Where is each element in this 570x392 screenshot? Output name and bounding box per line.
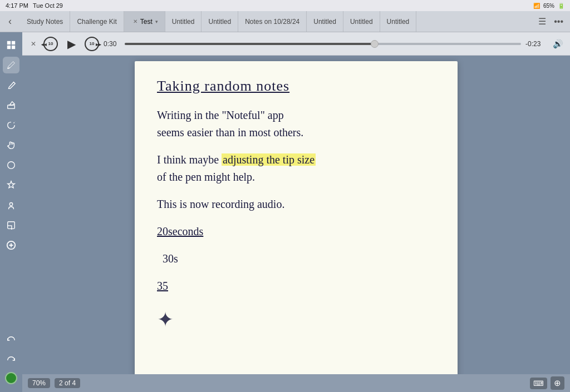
star-sketch: ✦ bbox=[157, 305, 435, 336]
svg-rect-1 bbox=[12, 41, 15, 44]
audio-progress-fill bbox=[125, 43, 375, 45]
zoom-level: 70% bbox=[28, 378, 50, 388]
tab-label: Untitled bbox=[387, 18, 410, 26]
add-tool-button[interactable] bbox=[3, 237, 19, 254]
note-title: Taking random notes bbox=[157, 78, 435, 95]
bottom-right: ⌨ ⊕ bbox=[530, 376, 564, 390]
volume-button[interactable]: 🔊 bbox=[551, 37, 564, 51]
audio-bar: ✕ 10 ◂◂ ▶ 10 ▸▸ 0:30 -0:23 🔊 bbox=[22, 32, 570, 56]
note-paragraph-2: I think maybe adjusting the tip size of … bbox=[157, 151, 435, 186]
undo-button[interactable] bbox=[3, 332, 19, 349]
tab-untitled-3[interactable]: Untitled bbox=[307, 11, 343, 32]
tab-back-button[interactable]: ‹ bbox=[0, 11, 20, 32]
tab-label: Untitled bbox=[208, 18, 231, 26]
svg-point-7 bbox=[9, 203, 12, 206]
battery-display: 65% bbox=[543, 3, 554, 9]
svg-rect-8 bbox=[8, 222, 15, 229]
highlight-text: adjusting the tip size bbox=[222, 153, 316, 166]
tab-untitled-2[interactable]: Untitled bbox=[202, 11, 238, 32]
svg-rect-2 bbox=[7, 46, 11, 49]
main-layout: ✕ 10 ◂◂ ▶ 10 ▸▸ 0:30 -0:23 🔊 bbox=[0, 32, 570, 392]
lasso-tool-button[interactable] bbox=[3, 117, 19, 133]
audio-progress-bar[interactable] bbox=[125, 43, 521, 45]
tabs-list-button[interactable]: ☰ bbox=[536, 15, 548, 28]
tab-test[interactable]: ✕ Test ▾ bbox=[124, 11, 165, 32]
audio-tool-button[interactable] bbox=[3, 197, 19, 214]
keyboard-button[interactable]: ⌨ bbox=[530, 378, 547, 389]
svg-rect-5 bbox=[8, 105, 15, 108]
grid-tool-button[interactable] bbox=[3, 37, 19, 53]
skip-back-button[interactable]: 10 ◂◂ bbox=[43, 37, 58, 51]
tab-label: Untitled bbox=[172, 18, 195, 26]
status-bar: 4:17 PM Tue Oct 29 📶 65% 🔋 bbox=[0, 0, 570, 11]
pen-tool-button[interactable] bbox=[3, 57, 19, 73]
hand-tool-button[interactable] bbox=[3, 137, 19, 153]
sidebar bbox=[0, 32, 22, 392]
note-paragraph-3: This is now recording audio. bbox=[157, 196, 435, 213]
audio-progress-thumb[interactable] bbox=[371, 40, 379, 48]
date-display: Tue Oct 29 bbox=[33, 2, 63, 9]
bottom-bar: 70% 2 of 4 ⌨ ⊕ bbox=[22, 374, 570, 392]
tab-notes-date[interactable]: Notes on 10/28/24 bbox=[238, 11, 307, 32]
tab-label: Untitled bbox=[350, 18, 373, 26]
pin-tool-button[interactable] bbox=[3, 177, 19, 193]
skip-forward-label: 10 bbox=[90, 41, 95, 46]
bottom-left: 70% 2 of 4 bbox=[28, 378, 80, 388]
note-page: Taking random notes Writing in the "Note… bbox=[135, 61, 458, 374]
play-button[interactable]: ▶ bbox=[62, 35, 80, 53]
marker-tool-button[interactable] bbox=[3, 77, 19, 93]
tab-untitled-5[interactable]: Untitled bbox=[380, 11, 417, 32]
tab-study-notes[interactable]: Study Notes bbox=[20, 11, 70, 32]
sticker-tool-button[interactable] bbox=[3, 217, 19, 234]
current-time-display: 0:30 bbox=[104, 40, 120, 48]
tab-label: Notes on 10/28/24 bbox=[245, 18, 299, 26]
content-area: ✕ 10 ◂◂ ▶ 10 ▸▸ 0:30 -0:23 🔊 bbox=[22, 32, 570, 392]
tab-bar: ‹ Study Notes Challenge Kit ✕ Test ▾ Unt… bbox=[0, 11, 570, 32]
page-indicator: 2 of 4 bbox=[55, 378, 80, 388]
zoom-button[interactable]: ⊕ bbox=[551, 376, 564, 390]
tab-label: Test bbox=[140, 18, 153, 26]
battery-icon: 🔋 bbox=[558, 3, 564, 9]
tab-dropdown-icon[interactable]: ▾ bbox=[155, 19, 158, 24]
svg-point-6 bbox=[8, 162, 15, 169]
note-paragraph-1: Writing in the "Noteful" app seems easie… bbox=[157, 107, 435, 141]
tab-actions: ☰ ••• bbox=[536, 11, 570, 32]
note-item-1: 20seconds bbox=[157, 223, 435, 240]
tab-close-icon[interactable]: ✕ bbox=[133, 18, 137, 24]
note-body: Writing in the "Noteful" app seems easie… bbox=[157, 107, 435, 336]
svg-rect-0 bbox=[7, 41, 11, 44]
audio-close-button[interactable]: ✕ bbox=[28, 38, 39, 49]
time-display: 4:17 PM bbox=[6, 2, 28, 9]
wifi-icon: 📶 bbox=[533, 3, 540, 9]
tab-untitled-4[interactable]: Untitled bbox=[343, 11, 380, 32]
eraser-tool-button[interactable] bbox=[3, 97, 19, 113]
svg-rect-3 bbox=[12, 46, 15, 49]
more-options-button[interactable]: ••• bbox=[552, 16, 566, 28]
shapes-tool-button[interactable] bbox=[3, 157, 19, 173]
note-item-2: 30s bbox=[157, 250, 435, 267]
skip-forward-button[interactable]: 10 ▸▸ bbox=[85, 37, 99, 51]
color-picker-button[interactable] bbox=[5, 372, 17, 384]
tab-label: Study Notes bbox=[27, 18, 63, 26]
note-item-3: 35 bbox=[157, 277, 435, 295]
tab-challenge-kit[interactable]: Challenge Kit bbox=[70, 11, 124, 32]
remaining-time-display: -0:23 bbox=[525, 40, 547, 48]
tab-label: Untitled bbox=[313, 18, 336, 26]
redo-button[interactable] bbox=[3, 352, 19, 369]
tab-untitled-1[interactable]: Untitled bbox=[165, 11, 202, 32]
note-canvas-wrapper[interactable]: Taking random notes Writing in the "Note… bbox=[22, 56, 570, 374]
skip-back-label: 10 bbox=[48, 41, 53, 46]
tab-label: Challenge Kit bbox=[77, 18, 116, 26]
